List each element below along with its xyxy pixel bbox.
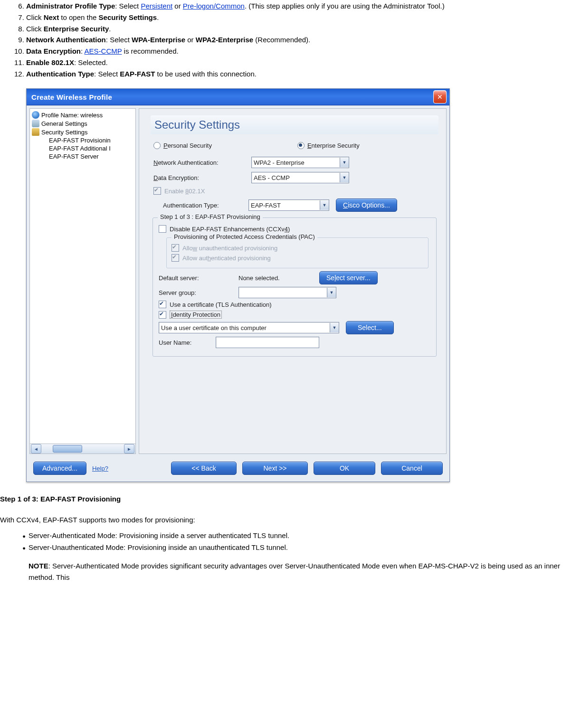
step-8: Click Enterprise Security.	[26, 24, 581, 34]
wizard-footer: Advanced... Help? << Back Next >> OK Can…	[27, 457, 449, 482]
tree-profile-name[interactable]: Profile Name: wireless	[31, 111, 134, 119]
tree-security-settings[interactable]: Security Settings	[31, 128, 134, 136]
enable-8021x-label: Enable 802.1X	[164, 188, 205, 195]
username-input[interactable]	[216, 337, 319, 348]
close-icon[interactable]: ✕	[433, 90, 447, 104]
dialog-window: Create Wireless Profile ✕ Profile Name: …	[26, 88, 450, 482]
settings-pane: Security Settings Personal Security Ente…	[139, 108, 447, 454]
pac-group: Provisioning of Protected Access Credent…	[166, 237, 429, 268]
username-label: User Name:	[159, 339, 216, 346]
titlebar[interactable]: Create Wireless Profile ✕	[27, 89, 449, 105]
link-prelogon[interactable]: Pre-logon/Common	[183, 2, 245, 10]
back-button[interactable]: << Back	[171, 462, 237, 475]
network-auth-select[interactable]: WPA2 - Enterprise ▼	[251, 157, 349, 168]
cancel-button[interactable]: Cancel	[381, 462, 443, 475]
ok-button[interactable]: OK	[314, 462, 375, 475]
data-encryption-select[interactable]: AES - CCMP ▼	[251, 172, 349, 183]
allow-auth-checkbox	[171, 254, 179, 262]
instruction-list: Administrator Profile Type: Select Persi…	[0, 1, 581, 79]
step-11: Enable 802.1X: Selected.	[26, 57, 581, 68]
step-12: Authentication Type: Select EAP-FAST to …	[26, 69, 581, 79]
pac-legend: Provisioning of Protected Access Credent…	[171, 233, 317, 240]
allow-unauth-checkbox	[171, 244, 179, 252]
scroll-left-icon[interactable]: ◄	[31, 444, 41, 454]
default-server-label: Default server:	[159, 274, 238, 282]
step-6: Administrator Profile Type: Select Persi…	[26, 1, 581, 11]
certificate-source-select[interactable]: Use a user certificate on this computer …	[159, 322, 339, 333]
chevron-down-icon: ▼	[320, 200, 329, 210]
scroll-thumb[interactable]	[53, 445, 82, 453]
note-block: NOTE: Server-Authenticated Mode provides…	[0, 560, 575, 583]
step-7: Click Next to open the Security Settings…	[26, 12, 581, 23]
list-item: Server-Unauthenticated Mode: Provisionin…	[29, 542, 575, 553]
tree-eapfast-server[interactable]: EAP-FAST Server	[31, 152, 134, 161]
auth-type-select[interactable]: EAP-FAST ▼	[248, 199, 329, 211]
use-certificate-label: Use a certificate (TLS Authentication)	[170, 301, 272, 308]
help-link[interactable]: Help?	[92, 465, 108, 472]
link-persistent[interactable]: Persistent	[141, 2, 172, 10]
globe-icon	[32, 111, 39, 119]
chevron-down-icon: ▼	[327, 288, 336, 297]
select-certificate-button[interactable]: Select...	[346, 321, 394, 334]
step-9: Network Authentication: Select WPA-Enter…	[26, 35, 581, 45]
eapfast-provisioning-group: Step 1 of 3 : EAP-FAST Provisioning Disa…	[152, 217, 437, 357]
group-legend: Step 1 of 3 : EAP-FAST Provisioning	[158, 213, 263, 220]
chevron-down-icon: ▼	[340, 173, 349, 182]
chevron-down-icon: ▼	[340, 158, 349, 167]
window-title: Create Wireless Profile	[31, 93, 433, 101]
tree-scrollbar[interactable]: ◄ ►	[30, 444, 135, 454]
server-group-label: Server group:	[159, 289, 238, 296]
list-item: Server-Authenticated Mode: Provisioning …	[29, 530, 575, 541]
identity-protection-label: Identity Protection	[170, 311, 222, 319]
step-10: Data Encryption: AES-CCMP is recommended…	[26, 46, 581, 57]
advanced-button[interactable]: Advanced...	[33, 462, 86, 475]
authtype-label: Authentication Type:	[163, 202, 248, 209]
allow-unauth-label: Allow unauthenticated provisioning	[182, 245, 277, 252]
radio-icon	[153, 142, 161, 149]
paragraph: With CCXv4, EAP-FAST supports two modes …	[0, 514, 575, 525]
allow-auth-label: Allow authenticated provisioning	[182, 255, 271, 262]
default-server-value: None selected.	[238, 274, 319, 282]
tree-general-settings[interactable]: General Settings	[31, 119, 134, 128]
scroll-right-icon[interactable]: ►	[124, 444, 134, 454]
disable-enhancements-label: Disable EAP-FAST Enhancements (CCXv4)	[170, 226, 290, 233]
server-group-select[interactable]: ▼	[238, 287, 336, 298]
users-icon	[32, 120, 39, 127]
enable-8021x-checkbox	[153, 187, 161, 195]
tree-eapfast-additional[interactable]: EAP-FAST Additional I	[31, 144, 134, 152]
pane-heading: Security Settings	[151, 115, 438, 134]
cisco-options-button[interactable]: Cisco Options...	[336, 199, 397, 212]
chevron-down-icon: ▼	[330, 323, 339, 332]
link-aes-ccmp[interactable]: AES-CCMP	[85, 47, 122, 55]
section-heading: Step 1 of 3: EAP-FAST Provisioning	[0, 493, 575, 504]
radio-enterprise-security[interactable]: Enterprise Security	[297, 142, 360, 149]
tree-eapfast-provisioning[interactable]: EAP-FAST Provisionin	[31, 136, 134, 144]
disable-enhancements-checkbox[interactable]	[159, 225, 166, 233]
lock-icon	[32, 128, 39, 136]
use-certificate-checkbox[interactable]	[159, 301, 166, 308]
radio-personal-security[interactable]: Personal Security	[153, 142, 212, 149]
modes-list: Server-Authenticated Mode: Provisioning …	[0, 530, 575, 553]
select-server-button[interactable]: Select server...	[319, 271, 378, 284]
next-button[interactable]: Next >>	[242, 462, 308, 475]
identity-protection-checkbox[interactable]	[159, 311, 166, 319]
netauth-label: Network Authentication:	[153, 159, 251, 166]
dataenc-label: Data Encryption:	[153, 174, 251, 181]
radio-icon	[297, 142, 305, 149]
wizard-tree: Profile Name: wireless General Settings …	[29, 108, 136, 454]
